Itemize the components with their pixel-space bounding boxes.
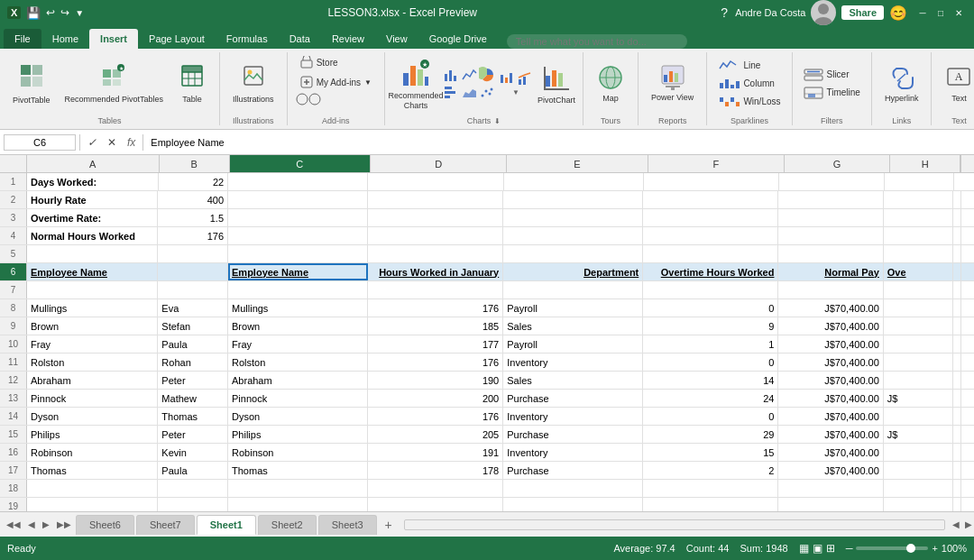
cell-h10[interactable] [884, 335, 954, 353]
cell-c7[interactable] [228, 281, 368, 298]
pivot-chart-button[interactable]: PivotChart [537, 57, 576, 111]
cell-d11[interactable]: 176 [368, 353, 503, 371]
slicer-button[interactable]: Slicer [800, 67, 864, 83]
cell-a14[interactable]: Dyson [27, 408, 158, 425]
tab-file[interactable]: File [4, 29, 41, 49]
cell-d14[interactable]: 176 [368, 408, 503, 425]
cell-e4[interactable] [503, 227, 643, 244]
cell-h3[interactable] [884, 209, 954, 226]
cell-g7[interactable] [778, 281, 883, 298]
cell-a5[interactable] [27, 245, 158, 262]
help-icon[interactable]: ? [721, 5, 728, 20]
tab-view[interactable]: View [375, 29, 418, 49]
cell-a11[interactable]: Rolston [27, 353, 158, 371]
cell-e1[interactable] [504, 173, 644, 190]
cell-h18[interactable] [884, 480, 954, 497]
illustrations-button[interactable]: Illustrations [227, 57, 280, 111]
bar-chart-button[interactable] [443, 85, 459, 101]
cell-g14[interactable]: J$70,400.00 [778, 408, 883, 425]
cell-b17[interactable]: Paula [158, 462, 228, 479]
cell-f10[interactable]: 1 [643, 335, 778, 353]
cell-h12[interactable] [884, 372, 954, 389]
cell-c1[interactable] [228, 173, 368, 190]
cell-a6[interactable]: Employee Name [27, 263, 158, 280]
quick-access-undo-icon[interactable]: ↩ [46, 6, 55, 19]
cell-h6[interactable]: Ove [884, 263, 954, 280]
cell-f13[interactable]: 24 [643, 390, 778, 407]
cell-b5[interactable] [158, 245, 228, 262]
scroll-right-icon[interactable]: ▶ [963, 519, 974, 529]
cell-b8[interactable]: Eva [158, 299, 228, 317]
cell-g6[interactable]: Normal Pay [778, 263, 883, 280]
col-header-h[interactable]: H [890, 155, 960, 172]
cell-c6[interactable]: Employee Name [228, 263, 368, 280]
cell-c17[interactable]: Thomas [228, 462, 368, 479]
quick-access-redo-icon[interactable]: ↪ [60, 6, 69, 19]
cell-b7[interactable] [158, 281, 228, 298]
cell-f18[interactable] [643, 480, 778, 497]
cell-f3[interactable] [643, 209, 778, 226]
cell-g19[interactable] [778, 498, 883, 511]
cell-f12[interactable]: 14 [643, 372, 778, 389]
cell-f2[interactable] [643, 191, 778, 208]
nav-next-icon[interactable]: ▶ [40, 519, 52, 529]
cell-h8[interactable] [884, 299, 954, 317]
cell-c2[interactable] [228, 191, 368, 208]
power-view-button[interactable]: Power View [646, 57, 699, 111]
cell-c13[interactable]: Pinnock [228, 390, 368, 407]
cell-b11[interactable]: Rohan [158, 353, 228, 371]
cell-b14[interactable]: Thomas [158, 408, 228, 425]
cell-b6[interactable] [158, 263, 228, 280]
column-sparkline-button[interactable]: Column [714, 76, 784, 92]
cell-g17[interactable]: J$70,400.00 [778, 462, 883, 479]
cell-d16[interactable]: 191 [368, 444, 503, 461]
cell-b2[interactable]: 400 [158, 191, 228, 208]
recommended-charts-button[interactable]: ★ Recommended Charts [392, 57, 439, 111]
tab-google-drive[interactable]: Google Drive [418, 29, 498, 49]
cell-d8[interactable]: 176 [368, 299, 503, 317]
cell-g9[interactable]: J$70,400.00 [778, 317, 883, 335]
cell-h2[interactable] [884, 191, 954, 208]
cell-b3[interactable]: 1.5 [158, 209, 228, 226]
cell-h7[interactable] [884, 281, 954, 298]
cell-a18[interactable] [27, 480, 158, 497]
cell-b13[interactable]: Mathew [158, 390, 228, 407]
nav-right-icon[interactable]: ▶▶ [54, 519, 74, 529]
cell-a9[interactable]: Brown [27, 317, 158, 335]
cell-c18[interactable] [228, 480, 368, 497]
cell-b9[interactable]: Stefan [158, 317, 228, 335]
zoom-slider[interactable] [856, 546, 928, 550]
nav-left-icon[interactable]: ◀◀ [4, 519, 23, 529]
maximize-button[interactable]: □ [933, 5, 949, 21]
check-icon[interactable]: ✓ [84, 136, 100, 149]
cell-b15[interactable]: Peter [158, 426, 228, 443]
sheet-tab-6[interactable]: Sheet6 [76, 515, 134, 535]
cell-e12[interactable]: Sales [503, 372, 643, 389]
cell-e13[interactable]: Purchase [503, 390, 643, 407]
cell-e10[interactable]: Payroll [503, 335, 643, 353]
cell-d10[interactable]: 177 [368, 335, 503, 353]
cell-d9[interactable]: 185 [368, 317, 503, 335]
cell-c8[interactable]: Mullings [228, 299, 368, 317]
cell-h14[interactable] [884, 408, 954, 425]
minimize-button[interactable]: ─ [914, 5, 931, 21]
cell-f14[interactable]: 0 [643, 408, 778, 425]
cell-h9[interactable] [884, 317, 954, 335]
cell-a16[interactable]: Robinson [27, 444, 158, 461]
cell-g11[interactable]: J$70,400.00 [778, 353, 883, 371]
cell-e5[interactable] [503, 245, 643, 262]
cell-c19[interactable] [228, 498, 368, 511]
cell-g2[interactable] [778, 191, 883, 208]
column-chart-button[interactable] [443, 67, 459, 83]
tab-review[interactable]: Review [321, 29, 375, 49]
scroll-left-icon[interactable]: ◀ [951, 519, 961, 529]
cell-b10[interactable]: Paula [158, 335, 228, 353]
cell-e18[interactable] [503, 480, 643, 497]
timeline-button[interactable]: Timeline [800, 85, 864, 101]
cell-e8[interactable]: Payroll [503, 299, 643, 317]
cell-c10[interactable]: Fray [228, 335, 368, 353]
cell-e17[interactable]: Purchase [503, 462, 643, 479]
cell-b12[interactable]: Peter [158, 372, 228, 389]
add-sheet-button[interactable]: + [379, 515, 399, 535]
zoom-out-button[interactable]: ─ [846, 543, 853, 554]
